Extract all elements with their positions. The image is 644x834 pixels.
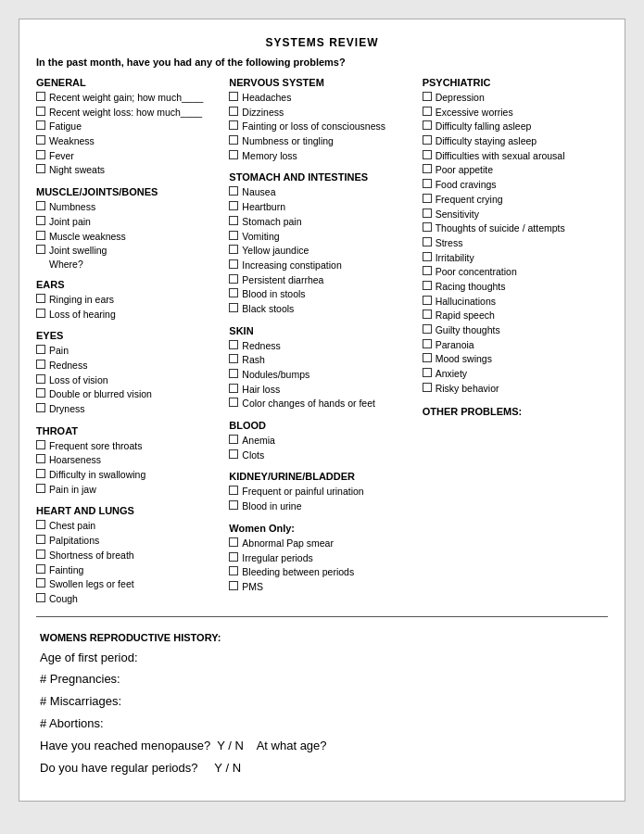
checkbox-double-vision[interactable]	[36, 388, 45, 398]
checkbox-sexual-arousal[interactable]	[423, 150, 432, 159]
checkbox-joint-swelling[interactable]	[36, 245, 45, 254]
section-eyes-title: EYES	[36, 330, 221, 341]
checkbox-cough[interactable]	[36, 593, 45, 602]
checkbox-guilty-thoughts[interactable]	[423, 324, 432, 334]
checkbox-night-sweats[interactable]	[36, 164, 45, 173]
checkbox-poor-concentration[interactable]	[423, 266, 432, 275]
item-weakness: Weakness	[36, 134, 221, 148]
item-black-stools: Black stools	[229, 302, 414, 316]
item-anxiety: Anxiety	[423, 367, 608, 381]
checkbox-heartburn[interactable]	[229, 201, 238, 210]
checkbox-frequent-urination[interactable]	[229, 486, 238, 495]
checkbox-shortness-breath[interactable]	[36, 550, 45, 559]
checkbox-muscle-weakness[interactable]	[36, 231, 45, 240]
checkbox-pap-smear[interactable]	[229, 537, 238, 547]
checkbox-rash[interactable]	[229, 354, 238, 363]
item-sensitivity: Sensitivity	[423, 208, 608, 221]
checkbox-numbness-tingling[interactable]	[229, 135, 238, 145]
checkbox-joint-pain[interactable]	[36, 216, 45, 225]
item-headaches: Headaches	[229, 91, 414, 105]
checkbox-numbness[interactable]	[36, 201, 45, 210]
item-muscle-weakness: Muscle weakness	[36, 230, 221, 244]
checkbox-fainting[interactable]	[36, 564, 45, 574]
item-poor-concentration: Poor concentration	[423, 265, 608, 279]
checkbox-hair-loss[interactable]	[229, 384, 238, 393]
checkbox-excessive-worries[interactable]	[423, 107, 432, 116]
checkbox-bleeding-between[interactable]	[229, 566, 238, 575]
checkbox-pain-jaw[interactable]	[36, 484, 45, 493]
checkbox-blood-urine[interactable]	[229, 500, 238, 510]
column-3: PSYCHIATRIC Depression Excessive worries…	[423, 77, 608, 607]
checkbox-sore-throats[interactable]	[36, 440, 45, 449]
checkbox-nodules-bumps[interactable]	[229, 369, 238, 378]
checkbox-rapid-speech[interactable]	[423, 310, 432, 319]
item-stomach-pain: Stomach pain	[229, 215, 414, 229]
checkbox-thoughts-suicide[interactable]	[423, 222, 432, 232]
checkbox-loss-hearing[interactable]	[36, 309, 45, 318]
checkbox-depression[interactable]	[423, 92, 432, 101]
form-title: SYSTEMS REVIEW	[36, 36, 608, 49]
checkbox-frequent-crying[interactable]	[423, 194, 432, 203]
item-bleeding-between: Bleeding between periods	[229, 565, 414, 579]
checkbox-palpitations[interactable]	[36, 535, 45, 544]
section-throat-title: THROAT	[36, 425, 221, 436]
checkbox-poor-appetite[interactable]	[423, 164, 432, 173]
item-weight-gain: Recent weight gain; how much____	[36, 91, 221, 105]
item-fever: Fever	[36, 149, 221, 163]
checkbox-weakness[interactable]	[36, 135, 45, 145]
checkbox-racing-thoughts[interactable]	[423, 281, 432, 290]
checkbox-fever[interactable]	[36, 150, 45, 159]
checkbox-memory-loss[interactable]	[229, 150, 238, 159]
checkbox-anemia[interactable]	[229, 435, 238, 444]
checkbox-food-cravings[interactable]	[423, 179, 432, 188]
checkbox-irregular-periods[interactable]	[229, 552, 238, 562]
checkbox-blood-stools[interactable]	[229, 288, 238, 297]
checkbox-eye-pain[interactable]	[36, 345, 45, 354]
womens-line-6: Do you have regular periods? Y / N	[40, 759, 604, 778]
checkbox-stomach-pain[interactable]	[229, 216, 238, 225]
item-frequent-urination: Frequent or painful urination	[229, 485, 414, 499]
checkbox-black-stools[interactable]	[229, 303, 238, 312]
checkbox-irritability[interactable]	[423, 252, 432, 261]
checkbox-redness-eyes[interactable]	[36, 360, 45, 369]
womens-line-2: # Pregnancies:	[40, 670, 604, 689]
checkbox-hoarseness[interactable]	[36, 454, 45, 463]
checkbox-fainting-consciousness[interactable]	[229, 120, 238, 130]
checkbox-ringing-ears[interactable]	[36, 294, 45, 303]
checkbox-risky-behavior[interactable]	[423, 383, 432, 392]
checkbox-vomiting[interactable]	[229, 231, 238, 240]
checkbox-weight-gain[interactable]	[36, 92, 45, 101]
checkbox-stress[interactable]	[423, 237, 432, 246]
checkbox-persistent-diarrhea[interactable]	[229, 274, 238, 284]
checkbox-sensitivity[interactable]	[423, 208, 432, 218]
item-ringing-ears: Ringing in ears	[36, 293, 221, 307]
checkbox-anxiety[interactable]	[423, 368, 432, 377]
womens-title: WOMENS REPRODUCTIVE HISTORY:	[40, 632, 604, 643]
checkbox-pms[interactable]	[229, 581, 238, 590]
checkbox-dryness-eyes[interactable]	[36, 403, 45, 412]
checkbox-loss-vision[interactable]	[36, 374, 45, 384]
item-thoughts-suicide: Thoughts of suicide / attempts	[423, 221, 608, 235]
checkbox-difficulty-falling-asleep[interactable]	[423, 120, 432, 130]
checkbox-headaches[interactable]	[229, 92, 238, 101]
checkbox-difficulty-swallowing[interactable]	[36, 469, 45, 478]
checkbox-weight-loss[interactable]	[36, 107, 45, 116]
checkbox-yellow-jaundice[interactable]	[229, 245, 238, 254]
checkbox-paranoia[interactable]	[423, 339, 432, 348]
checkbox-dizziness[interactable]	[229, 107, 238, 116]
checkbox-nausea[interactable]	[229, 186, 238, 196]
item-irritability: Irritability	[423, 251, 608, 265]
checkbox-hallucinations[interactable]	[423, 296, 432, 305]
checkbox-color-changes[interactable]	[229, 398, 238, 407]
checkbox-redness-skin[interactable]	[229, 340, 238, 349]
checkbox-swollen-legs[interactable]	[36, 578, 45, 588]
checkbox-clots[interactable]	[229, 449, 238, 459]
checkbox-constipation[interactable]	[229, 259, 238, 269]
checkbox-fatigue[interactable]	[36, 120, 45, 130]
item-clots: Clots	[229, 449, 414, 462]
column-1: GENERAL Recent weight gain; how much____…	[36, 77, 229, 607]
item-hoarseness: Hoarseness	[36, 453, 221, 467]
checkbox-chest-pain[interactable]	[36, 520, 45, 529]
checkbox-difficulty-staying-asleep[interactable]	[423, 135, 432, 145]
checkbox-mood-swings[interactable]	[423, 353, 432, 362]
